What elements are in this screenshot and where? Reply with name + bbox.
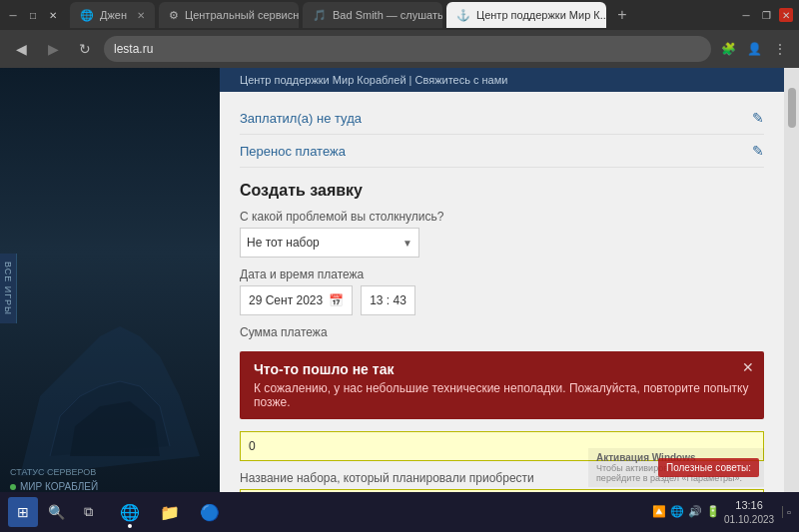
tab-1-close[interactable]: ✕ xyxy=(137,10,145,21)
time-input[interactable]: 13 : 43 xyxy=(361,285,415,315)
tab-3-favicon: 🎵 xyxy=(313,9,327,22)
taskbar: ⊞ 🔍 ⧉ 🌐 📁 🔵 🔼 🌐 🔊 🔋 13:16 01.10.2023 ▫ xyxy=(0,492,799,532)
nav-link-wrong-payment[interactable]: Заплатил(а) не туда ✎ xyxy=(240,102,764,135)
date-input[interactable]: 29 Сент 2023 📅 xyxy=(240,285,353,315)
taskbar-edge[interactable]: 🌐 xyxy=(112,494,148,530)
wows-status-item[interactable]: МИР КОРАБЛЕЙ xyxy=(10,481,98,492)
scrollbar-thumb[interactable] xyxy=(788,88,796,128)
tab-2-label: Центральный сервисный xyxy=(185,9,299,21)
problem-label: С какой проблемой вы столкнулись? xyxy=(240,210,764,224)
tab-4-label: Центр поддержки Мир К... xyxy=(476,9,606,21)
forward-button[interactable]: ▶ xyxy=(40,36,66,62)
maximize-button[interactable]: □ xyxy=(26,8,40,22)
server-status-label: СТАТУС СЕРВЕРОВ xyxy=(10,467,98,477)
error-banner: ✕ Что-то пошло не так К сожалению, у нас… xyxy=(240,351,764,419)
browser-tab-2[interactable]: ⚙ Центральный сервисный ✕ xyxy=(159,2,299,28)
new-tab-button[interactable]: + xyxy=(610,3,634,27)
close-button[interactable]: ✕ xyxy=(46,8,60,22)
page-header: Центр поддержки Мир Кораблей | Свяжитесь… xyxy=(220,68,784,92)
tab-3-label: Bad Smith — слушать он... xyxy=(333,9,442,21)
tab-1-favicon: 🌐 xyxy=(80,9,94,22)
profile-icon[interactable]: 👤 xyxy=(743,38,765,60)
address-bar[interactable]: lesta.ru xyxy=(104,36,711,62)
start-button[interactable]: ⊞ xyxy=(8,497,38,527)
edge-icon: 🌐 xyxy=(120,503,140,522)
taskbar-explorer[interactable]: 📁 xyxy=(152,494,188,530)
toolbar-icons: 🧩 👤 ⋮ xyxy=(717,38,791,60)
explorer-icon: 📁 xyxy=(160,503,180,522)
taskbar-pinned-apps: 🌐 📁 🔵 xyxy=(112,494,228,530)
amount-input[interactable] xyxy=(240,431,764,461)
edge-active-dot xyxy=(128,524,132,528)
left-sidebar: ВСЕ ИГРЫ СТАТУС СЕРВЕРОВ МИР КОРАБЛЕЙ xyxy=(0,68,220,532)
win-restore[interactable]: ❐ xyxy=(759,8,773,22)
problem-select[interactable]: Не тот набор ▼ xyxy=(240,228,419,258)
wows-label: МИР КОРАБЛЕЙ xyxy=(20,481,98,492)
minimize-button[interactable]: ─ xyxy=(6,8,20,22)
taskbar-right: 🔼 🌐 🔊 🔋 13:16 01.10.2023 ▫ xyxy=(652,498,791,525)
taskbar-clock[interactable]: 13:16 01.10.2023 xyxy=(724,498,774,525)
edit-icon-2: ✎ xyxy=(752,143,764,159)
edit-icon-1: ✎ xyxy=(752,110,764,126)
reload-button[interactable]: ↻ xyxy=(72,36,98,62)
task-view-button[interactable]: ⧉ xyxy=(74,498,102,526)
network-icon[interactable]: 🌐 xyxy=(670,505,684,518)
server-status: СТАТУС СЕРВЕРОВ МИР КОРАБЛЕЙ xyxy=(10,467,98,492)
chrome-icon: 🔵 xyxy=(200,503,220,522)
nav-link-wrong-payment-label: Заплатил(а) не туда xyxy=(240,111,362,126)
volume-icon[interactable]: 🔊 xyxy=(688,505,702,518)
system-tray: 🔼 🌐 🔊 🔋 xyxy=(652,505,720,518)
main-content: Центр поддержки Мир Кораблей | Свяжитесь… xyxy=(220,68,784,532)
win-minimize[interactable]: ─ xyxy=(739,8,753,22)
form-title: Создать заявку xyxy=(240,182,764,200)
show-desktop-button[interactable]: ▫ xyxy=(782,506,791,518)
all-games-button[interactable]: ВСЕ ИГРЫ xyxy=(0,254,17,323)
error-title: Что-то пошло не так xyxy=(254,361,750,377)
browser-title-bar: ─ □ ✕ 🌐 Джен ✕ ⚙ Центральный сервисный ✕… xyxy=(0,0,799,30)
browser-chrome: ─ □ ✕ 🌐 Джен ✕ ⚙ Центральный сервисный ✕… xyxy=(0,0,799,68)
tab-4-favicon: ⚓ xyxy=(456,9,470,22)
problem-select-value: Не тот набор xyxy=(247,236,320,250)
browser-tab-4[interactable]: ⚓ Центр поддержки Мир К... ✕ xyxy=(446,2,606,28)
tab-1-label: Джен xyxy=(100,9,127,21)
all-games-label: ВСЕ ИГРЫ xyxy=(3,262,13,315)
tray-chevron[interactable]: 🔼 xyxy=(652,505,666,518)
search-button[interactable]: 🔍 xyxy=(44,500,68,524)
nav-link-transfer-label: Перенос платежа xyxy=(240,144,346,159)
browser-tab-3[interactable]: 🎵 Bad Smith — слушать он... ✕ xyxy=(303,2,442,28)
win-close[interactable]: ✕ xyxy=(779,8,793,22)
extensions-icon[interactable]: 🧩 xyxy=(717,38,739,60)
bundle-label: Название набора, который планировали при… xyxy=(240,471,764,485)
browser-toolbar: ◀ ▶ ↻ lesta.ru 🧩 👤 ⋮ xyxy=(0,30,799,68)
address-text: lesta.ru xyxy=(114,42,153,56)
back-button[interactable]: ◀ xyxy=(8,36,34,62)
clock-time: 13:16 xyxy=(724,498,774,512)
clock-date: 01.10.2023 xyxy=(724,513,774,526)
date-value: 29 Сент 2023 xyxy=(249,293,323,307)
content-body: Заплатил(а) не туда ✎ Перенос платежа ✎ … xyxy=(220,92,784,532)
time-value: 13 : 43 xyxy=(370,293,406,307)
menu-icon[interactable]: ⋮ xyxy=(769,38,791,60)
calendar-icon: 📅 xyxy=(329,293,344,307)
select-arrow-icon: ▼ xyxy=(402,238,412,249)
window-controls[interactable]: ─ □ ✕ xyxy=(6,8,60,22)
battery-icon[interactable]: 🔋 xyxy=(706,505,720,518)
error-close-button[interactable]: ✕ xyxy=(742,359,754,375)
date-time-row: 29 Сент 2023 📅 13 : 43 xyxy=(240,285,764,315)
taskbar-chrome[interactable]: 🔵 xyxy=(192,494,228,530)
error-text: К сожалению, у нас небольшие технические… xyxy=(254,381,750,409)
scrollbar[interactable] xyxy=(784,68,799,532)
content-area: ВСЕ ИГРЫ СТАТУС СЕРВЕРОВ МИР КОРАБЛЕЙ Це… xyxy=(0,68,799,532)
tab-2-favicon: ⚙ xyxy=(169,9,179,22)
nav-link-transfer[interactable]: Перенос платежа ✎ xyxy=(240,135,764,168)
page-header-title: Центр поддержки Мир Кораблей | Свяжитесь… xyxy=(240,74,507,86)
browser-tab-1[interactable]: 🌐 Джен ✕ xyxy=(70,2,155,28)
payment-amount-label: Сумма платежа xyxy=(240,325,764,339)
date-label: Дата и время платежа xyxy=(240,267,764,281)
status-dot xyxy=(10,484,16,490)
